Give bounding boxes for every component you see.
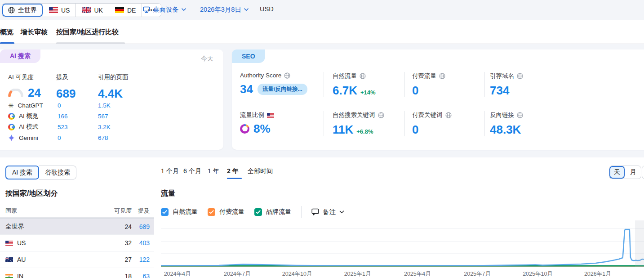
notes-dropdown[interactable]: 备注 <box>311 208 344 216</box>
au-flag-icon <box>5 257 13 262</box>
region-worldwide-button[interactable]: 全世界 <box>2 4 43 17</box>
info-globe-icon[interactable] <box>360 73 366 79</box>
legend-brand-traffic[interactable]: 品牌流量 <box>254 208 291 216</box>
paid-keywords-value[interactable]: 0 <box>412 124 493 135</box>
authority-score-value[interactable]: 34 <box>240 83 253 95</box>
visibility-value: 32 <box>114 239 132 247</box>
col-visibility-header[interactable]: 可见度 <box>114 207 132 215</box>
region-label: 全世界 <box>18 6 37 14</box>
mentions-value[interactable]: 689 <box>56 88 76 99</box>
ai-overview-mentions-link[interactable]: 166 <box>58 113 68 120</box>
region-uk-button[interactable]: UK <box>76 4 109 17</box>
paid-traffic-value[interactable]: 0 <box>412 85 493 96</box>
chatgpt-mentions-link[interactable]: 0 <box>58 102 61 109</box>
info-globe-icon[interactable] <box>378 112 384 118</box>
legend-organic-traffic[interactable]: 自然流量 <box>161 208 198 216</box>
range-all-time[interactable]: 全部时间 <box>248 167 273 175</box>
authority-score-label: Authority Score <box>240 72 281 79</box>
ai-mode-pages-link[interactable]: 3.2K <box>98 124 111 130</box>
country-name: US <box>17 239 26 247</box>
col-mentions-header[interactable]: 提及 <box>138 207 150 215</box>
us-flag-icon <box>5 241 13 246</box>
x-axis-label: 2025年7月 <box>464 270 491 278</box>
mentions-link[interactable]: 689 <box>133 223 150 230</box>
country-name: AU <box>17 256 26 263</box>
traffic-line-chart[interactable] <box>161 220 644 267</box>
clipped-button[interactable] <box>642 166 644 179</box>
x-axis-label: 2025年4月 <box>404 270 431 278</box>
mentions-link[interactable]: 122 <box>133 256 150 263</box>
divider <box>301 206 302 218</box>
table-row-au[interactable]: AU 27 122 <box>0 251 154 268</box>
toggle-ai-search[interactable]: AI 搜索 <box>5 166 39 179</box>
google-icon <box>8 124 15 130</box>
gemini-pages-link[interactable]: 678 <box>98 135 108 141</box>
table-row-us[interactable]: US 32 403 <box>0 235 154 251</box>
ai-mode-mentions-link[interactable]: 523 <box>58 124 68 130</box>
granularity-day-button[interactable]: 天 <box>609 166 625 179</box>
search-type-toggle: AI 搜索 谷歌搜索 <box>5 166 76 179</box>
cited-pages-value[interactable]: 4.4K <box>98 88 129 99</box>
toggle-google-search[interactable]: 谷歌搜索 <box>39 166 76 179</box>
us-flag-icon <box>267 113 274 118</box>
nav-tabs: 概览 增长审核 按国家/地区进行比较 <box>0 20 644 44</box>
chart-legend: 自然流量 付费流量 品牌流量 备注 <box>161 206 344 218</box>
info-globe-icon[interactable] <box>439 73 445 79</box>
x-axis-label: 2026年1月 <box>584 270 611 278</box>
authority-score-tag[interactable]: 流量/反向链接... <box>258 84 307 95</box>
paid-traffic-label: 付费流量 <box>412 72 436 80</box>
device-selector[interactable]: 桌面设备 <box>143 5 186 14</box>
organic-traffic-value[interactable]: 6.7K <box>333 85 357 96</box>
info-globe-icon[interactable] <box>517 112 523 118</box>
col-country-header[interactable]: 国家 <box>5 207 17 215</box>
range-1-year[interactable]: 1 年 <box>208 167 219 175</box>
range-1-month[interactable]: 1 个月 <box>161 167 179 175</box>
legend-paid-traffic[interactable]: 付费流量 <box>208 208 244 216</box>
tab-overview[interactable]: 概览 <box>0 28 13 36</box>
checkbox-checked-icon[interactable] <box>208 208 215 216</box>
region-us-button[interactable]: US <box>43 4 76 17</box>
region-de-button[interactable]: DE <box>109 4 142 17</box>
x-axis-label: 2024年7月 <box>224 270 251 278</box>
date-selector[interactable]: 2026年3月8日 <box>200 5 249 14</box>
referring-domains-value[interactable]: 734 <box>490 85 571 96</box>
ai-search-badge: AI 搜索 <box>0 49 40 63</box>
info-globe-icon[interactable] <box>445 112 452 118</box>
info-globe-icon[interactable] <box>284 72 290 79</box>
active-range-indicator <box>227 178 242 179</box>
traffic-share-label: 流量比例 <box>240 111 264 119</box>
x-axis-label: 2025年10月 <box>523 270 553 278</box>
granularity-month-button[interactable]: 月 <box>625 166 641 179</box>
ai-overview-pages-link[interactable]: 567 <box>98 113 108 120</box>
checkbox-checked-icon[interactable] <box>161 208 169 216</box>
checkbox-checked-icon[interactable] <box>254 208 262 216</box>
gemini-mentions-link[interactable]: 0 <box>58 135 61 141</box>
organic-keywords-value[interactable]: 11K <box>333 124 353 135</box>
organic-keywords-label: 自然搜索关键词 <box>333 111 375 119</box>
countries-section-title: 按国家/地区划分 <box>5 189 58 198</box>
mentions-link[interactable]: 403 <box>133 239 150 247</box>
engine-row-ai-mode: AI 模式 <box>8 121 39 132</box>
tab-compare-countries[interactable]: 按国家/地区进行比较 <box>56 28 119 36</box>
gauge-icon <box>8 89 23 97</box>
paid-keywords-metric: 付费关键词 0 <box>412 111 493 135</box>
legend-label: 自然流量 <box>173 208 198 216</box>
traffic-share-metric: 流量比例 8% <box>240 111 321 135</box>
info-globe-icon[interactable] <box>517 73 523 79</box>
ai-visibility-value[interactable]: 24 <box>28 87 41 99</box>
backlinks-value[interactable]: 48.3K <box>490 124 571 135</box>
range-6-months[interactable]: 6 个月 <box>183 167 201 175</box>
table-row-worldwide[interactable]: 全世界 24 689 <box>0 218 154 235</box>
future-period-band <box>635 220 644 267</box>
chatgpt-pages-link[interactable]: 1.5K <box>98 102 111 109</box>
region-label: UK <box>94 7 102 14</box>
table-row-in[interactable]: IN 18 63 <box>0 268 154 278</box>
tab-growth-audit[interactable]: 增长审核 <box>21 28 48 36</box>
x-axis-label: 2025年1月 <box>344 270 371 278</box>
x-axis-label: 2024年10月 <box>282 270 312 278</box>
range-2-years[interactable]: 2 年 <box>227 167 239 175</box>
traffic-share-value[interactable]: 8% <box>253 123 271 135</box>
engine-name: AI 模式 <box>19 123 39 131</box>
notes-label: 备注 <box>323 208 336 216</box>
mentions-link[interactable]: 63 <box>133 273 150 278</box>
